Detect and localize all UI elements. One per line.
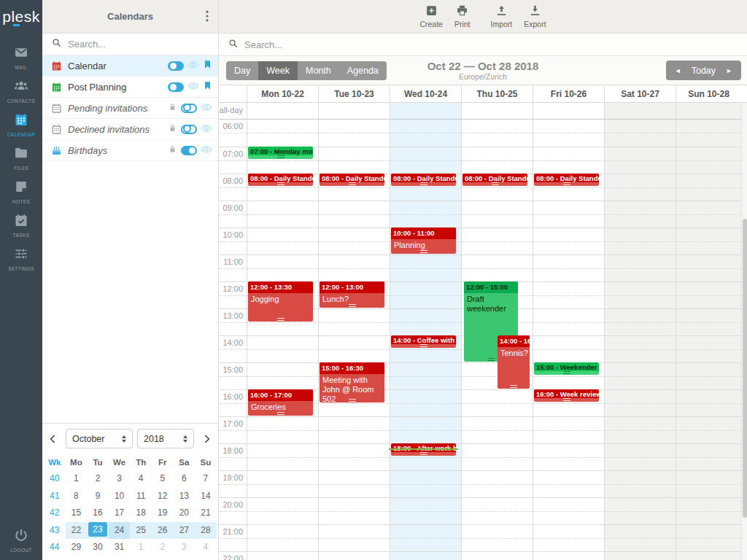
sidebar-item-calendar[interactable]: CALENDAR xyxy=(0,108,42,141)
minical-day[interactable]: 14 xyxy=(195,488,217,505)
tab-day[interactable]: Day xyxy=(226,61,258,80)
create-button[interactable]: Create xyxy=(419,4,443,28)
minical-day[interactable]: 2 xyxy=(87,470,109,488)
year-select[interactable]: 2018 xyxy=(137,429,194,448)
calendar-event[interactable]: 10:00 - 11:00Planning xyxy=(391,228,456,254)
print-button[interactable]: Print xyxy=(454,4,471,28)
minical-day[interactable]: 30 xyxy=(87,539,109,556)
minical-day[interactable]: 17 xyxy=(109,505,131,522)
tab-week[interactable]: Week xyxy=(258,61,298,80)
calendar-event[interactable]: 08:00 - Daily Standup xyxy=(248,174,313,186)
calendar-event[interactable]: 14:00 - 16:00Tennis? xyxy=(498,335,530,389)
sidebar-item-contacts[interactable]: CONTACTS xyxy=(0,74,42,108)
event-resize-handle[interactable] xyxy=(277,182,285,185)
bookmark-icon[interactable] xyxy=(203,81,212,93)
minical-day[interactable]: 5 xyxy=(152,470,174,488)
eye-icon[interactable] xyxy=(201,122,212,136)
minical-day[interactable]: 28 xyxy=(195,522,217,540)
kebab-menu-button[interactable] xyxy=(198,7,217,26)
scrollbar-thumb[interactable] xyxy=(743,219,747,518)
minical-day[interactable]: 3 xyxy=(109,470,131,488)
minical-day[interactable]: 10 xyxy=(109,488,131,505)
day-column-header[interactable]: Thu 10-25 xyxy=(461,85,533,103)
event-resize-handle[interactable] xyxy=(563,182,570,185)
calendar-list-item[interactable]: Pending invitations xyxy=(42,98,218,119)
all-day-cell[interactable] xyxy=(461,103,533,119)
visibility-toggle[interactable] xyxy=(168,61,184,71)
sidebar-item-files[interactable]: FILES xyxy=(0,141,42,175)
minical-day[interactable]: 1 xyxy=(66,470,88,488)
calendar-event[interactable]: 08:00 - Daily Standup xyxy=(534,174,599,186)
minical-day[interactable]: 23 xyxy=(87,522,109,540)
event-resize-handle[interactable] xyxy=(420,344,427,347)
minical-day[interactable]: 22 xyxy=(66,522,88,540)
minical-day[interactable]: 11 xyxy=(130,488,152,505)
minical-day[interactable]: 19 xyxy=(152,505,174,522)
all-day-cell[interactable] xyxy=(676,103,741,119)
calendar-event[interactable]: 16:00 - 17:00Groceries xyxy=(248,389,313,416)
day-column-header[interactable]: Sat 10-27 xyxy=(604,85,676,103)
calendar-event[interactable]: 12:00 - 13:00Lunch? xyxy=(320,281,384,308)
event-resize-handle[interactable] xyxy=(563,371,570,374)
bookmark-icon[interactable] xyxy=(203,60,212,71)
event-resize-handle[interactable] xyxy=(277,155,285,158)
tab-agenda[interactable]: Agenda xyxy=(339,61,387,80)
all-day-cell[interactable] xyxy=(390,103,461,119)
calendar-event[interactable]: 15:00 - Weekender xyxy=(534,362,599,375)
month-select[interactable]: October xyxy=(66,429,133,448)
minical-day[interactable]: 21 xyxy=(195,505,217,522)
export-button[interactable]: Export xyxy=(524,4,546,28)
visibility-toggle[interactable] xyxy=(181,125,197,134)
calendar-list-item[interactable]: Declined invitations xyxy=(42,119,218,140)
minical-day[interactable]: 15 xyxy=(66,505,88,522)
event-resize-handle[interactable] xyxy=(563,398,570,401)
minical-day[interactable]: 12 xyxy=(152,488,174,505)
vertical-scrollbar[interactable] xyxy=(741,103,747,560)
event-resize-handle[interactable] xyxy=(349,304,356,307)
minical-day[interactable]: 2 xyxy=(152,539,174,556)
calendar-event[interactable]: 08:00 - Daily Standup xyxy=(320,174,384,186)
visibility-toggle[interactable] xyxy=(181,146,197,155)
day-column-header[interactable]: Sun 10-28 xyxy=(676,85,741,103)
event-search-input[interactable] xyxy=(244,39,747,50)
visibility-toggle[interactable] xyxy=(181,104,197,113)
all-day-cell[interactable] xyxy=(533,103,604,119)
minical-day[interactable]: 18 xyxy=(130,505,152,522)
calendar-event[interactable]: 12:00 - 13:30Jogging xyxy=(248,281,313,322)
calendar-list-item[interactable]: Calendar xyxy=(42,55,218,77)
minical-day[interactable]: 27 xyxy=(174,522,196,540)
minical-day[interactable]: 7 xyxy=(195,470,217,488)
calendar-event[interactable]: 15:00 - 16:30Meeting with John @ Room 50… xyxy=(320,362,384,402)
import-button[interactable]: Import xyxy=(490,4,512,28)
sidebar-item-logout[interactable]: LOGOUT xyxy=(0,524,42,557)
event-resize-handle[interactable] xyxy=(349,182,356,185)
sidebar-item-notes[interactable]: NOTES xyxy=(0,175,42,209)
minical-day[interactable]: 6 xyxy=(174,470,196,488)
minical-prev-button[interactable] xyxy=(45,429,61,448)
minical-day[interactable]: 29 xyxy=(66,539,88,556)
prev-week-icon[interactable]: ◄ xyxy=(675,67,681,74)
minical-day[interactable]: 9 xyxy=(87,488,109,505)
sidebar-item-settings[interactable]: SETTINGS xyxy=(0,242,42,276)
eye-icon[interactable] xyxy=(201,144,212,158)
minical-next-button[interactable] xyxy=(198,429,214,448)
minical-day[interactable]: 26 xyxy=(152,522,174,540)
calendar-list-item[interactable]: Post Planning xyxy=(42,77,218,98)
event-resize-handle[interactable] xyxy=(420,452,427,455)
day-column-header[interactable]: Fri 10-26 xyxy=(533,85,604,103)
minical-day[interactable]: 4 xyxy=(130,470,152,488)
day-column-header[interactable]: Wed 10-24 xyxy=(390,85,461,103)
all-day-cell[interactable] xyxy=(247,103,318,119)
event-resize-handle[interactable] xyxy=(420,182,427,185)
event-resize-handle[interactable] xyxy=(487,358,495,361)
day-column-header[interactable]: Tue 10-23 xyxy=(318,85,390,103)
next-week-icon[interactable]: ► xyxy=(726,67,732,74)
event-resize-handle[interactable] xyxy=(492,182,499,185)
minical-day[interactable]: 4 xyxy=(195,539,217,556)
sidebar-item-mail[interactable]: MAIL xyxy=(0,41,42,74)
calendar-search-input[interactable] xyxy=(68,39,218,50)
calendar-event[interactable]: 14:00 - Coffee with Ann xyxy=(391,335,456,348)
calendar-event[interactable]: 08:00 - Daily Standup xyxy=(462,174,527,186)
event-resize-handle[interactable] xyxy=(277,318,285,321)
minical-day[interactable]: 1 xyxy=(130,539,152,556)
